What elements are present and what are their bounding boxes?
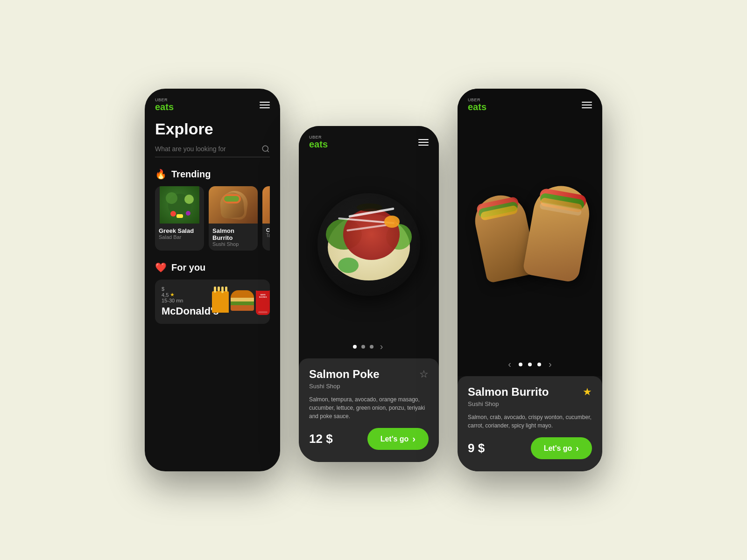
phone3-carousel: ‹ › xyxy=(458,352,602,376)
dot-3 xyxy=(370,345,374,349)
phone3-menu-button[interactable] xyxy=(582,102,592,108)
poke-bowl-visual xyxy=(317,193,420,296)
phone2-lets-go-button[interactable]: Let's go xyxy=(367,428,429,450)
phone2-food-desc: Salmon, tempura, avocado, orange masago,… xyxy=(309,395,429,420)
salmon-burrito-image xyxy=(209,186,258,224)
dot-2 xyxy=(361,345,365,349)
phone2-detail-card: Salmon Poke ☆ Sushi Shop Salmon, tempura… xyxy=(299,358,439,462)
search-icon xyxy=(261,145,270,153)
trending-card-greek-salad[interactable]: Greek Salad Salad Bar xyxy=(155,186,204,251)
phone3-dot-1 xyxy=(519,363,522,366)
phone2-star-icon[interactable]: ☆ xyxy=(419,368,429,380)
greek-salad-sub: Salad Bar xyxy=(159,234,200,240)
phone2-carousel-dots: › xyxy=(299,335,439,358)
trending-card-salmon-burrito[interactable]: Salmon Burrito Sushi Shop xyxy=(209,186,258,251)
partial-card-name: Chic xyxy=(266,227,270,233)
prev-arrow-button[interactable]: ‹ xyxy=(506,359,513,370)
partial-card-sub: Taj M xyxy=(266,233,270,238)
svg-point-0 xyxy=(262,146,268,151)
phone2-food-name: Salmon Poke xyxy=(309,368,380,381)
phone2-food-name-row: Salmon Poke ☆ xyxy=(309,368,429,381)
phone3-food-name: Salmon Burrito xyxy=(468,385,549,399)
next-arrow-button[interactable]: › xyxy=(378,341,385,352)
phone2-price-action: 12 $ Let's go xyxy=(309,428,429,450)
phone2-menu-button[interactable] xyxy=(418,139,429,146)
phone3-food-desc: Salmon, crab, avocado, crispy wonton, cu… xyxy=(468,413,592,430)
phone2-header: UBER eats xyxy=(299,126,439,149)
salmon-burrito-sub: Sushi Shop xyxy=(212,241,254,247)
phone3-menu-line-2 xyxy=(582,105,592,105)
uber-eats-logo: UBER eats xyxy=(155,98,174,112)
phone2-menu-line-2 xyxy=(418,142,429,143)
partial-card-image xyxy=(262,186,270,224)
phone2-uber-logo: UBER eats xyxy=(309,135,328,149)
phone3-shop-name: Sushi Shop xyxy=(468,400,592,407)
for-you-label: For you xyxy=(171,262,205,273)
phones-container: UBER eats Explore xyxy=(117,61,630,499)
eats-label: eats xyxy=(155,102,174,112)
menu-line-2 xyxy=(260,105,270,105)
menu-line-1 xyxy=(260,102,270,103)
phone2-menu-line-3 xyxy=(418,145,429,146)
phone3-next-arrow-button[interactable]: › xyxy=(547,359,554,370)
menu-line-3 xyxy=(260,107,270,108)
phone2-menu-line-1 xyxy=(418,139,429,140)
phone2-eats-label: eats xyxy=(309,140,328,149)
phone3-dot-3 xyxy=(537,363,541,366)
phone3-detail-card: Salmon Burrito ★ Sushi Shop Salmon, crab… xyxy=(458,376,602,471)
trending-label: Trending xyxy=(171,169,211,180)
phone2-price: 12 $ xyxy=(309,432,333,446)
for-you-card-mcdonalds[interactable]: $ 4,5 ★ 15-30 mn McDonald's xyxy=(155,280,270,324)
rating-star-icon: ★ xyxy=(170,292,175,298)
trending-cards: Greek Salad Salad Bar xyxy=(155,186,270,251)
salmon-burrito-name: Salmon Burrito xyxy=(212,227,254,241)
phone3-eats-label: eats xyxy=(468,102,486,112)
trending-icon: 🔥 xyxy=(155,168,167,180)
search-input[interactable] xyxy=(155,145,261,153)
phone3-star-icon[interactable]: ★ xyxy=(583,386,592,398)
phone1-header: UBER eats xyxy=(155,98,270,112)
for-you-section-header: ❤️ For you xyxy=(155,262,270,273)
phone3-price: 9 $ xyxy=(468,441,485,455)
trending-card-partial[interactable]: Chic Taj M xyxy=(262,186,270,251)
phone3-lets-go-button[interactable]: Let's go xyxy=(531,437,592,459)
salmon-burrito-info: Salmon Burrito Sushi Shop xyxy=(209,224,258,251)
phone3-hero xyxy=(458,89,602,352)
mcdonalds-food-image: SANSSUCRES xyxy=(212,280,270,324)
phone3-uber-logo: UBER eats xyxy=(468,98,486,112)
phone3-price-action: 9 $ Let's go xyxy=(468,437,592,459)
svg-line-1 xyxy=(267,150,268,152)
phone3-menu-line-1 xyxy=(582,102,592,103)
phone-explore: UBER eats Explore xyxy=(145,89,280,471)
greek-salad-info: Greek Salad Salad Bar xyxy=(155,224,204,244)
phone2-shop-name: Sushi Shop xyxy=(309,383,429,390)
greek-salad-name: Greek Salad xyxy=(159,227,200,234)
phone3-dot-2 xyxy=(528,363,532,366)
phone3-header: UBER eats xyxy=(458,89,602,112)
phone3-menu-line-3 xyxy=(582,107,592,108)
mcdonalds-rating-value: 4,5 xyxy=(162,292,169,298)
for-you-icon: ❤️ xyxy=(155,262,167,273)
greek-salad-image xyxy=(155,186,204,224)
burrito-detail-image xyxy=(469,176,591,298)
phone2-hero xyxy=(299,126,439,335)
explore-title: Explore xyxy=(155,120,270,138)
phone3-food-name-row: Salmon Burrito ★ xyxy=(468,385,592,399)
phone-salmon-poke: UBER eats xyxy=(299,126,439,462)
dot-1 xyxy=(353,345,357,349)
phone-salmon-burrito-detail: UBER eats xyxy=(458,89,602,471)
partial-card-info: Chic Taj M xyxy=(262,224,270,242)
search-bar[interactable] xyxy=(155,145,270,157)
menu-button[interactable] xyxy=(260,102,270,108)
trending-section-header: 🔥 Trending xyxy=(155,168,270,180)
